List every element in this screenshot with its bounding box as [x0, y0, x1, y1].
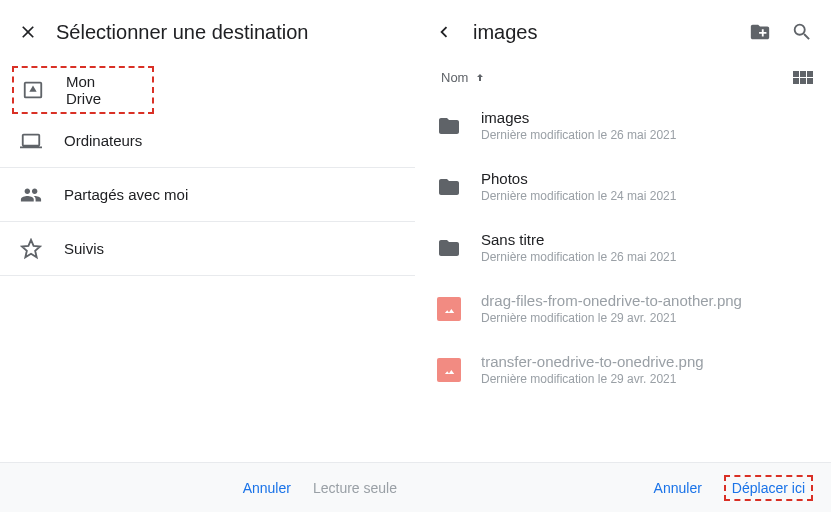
file-row[interactable]: transfer-onedrive-to-onedrive.png Derniè… — [415, 339, 831, 400]
new-folder-icon[interactable] — [749, 21, 771, 43]
sidebar-item-starred[interactable]: Suivis — [0, 222, 415, 276]
back-icon[interactable] — [433, 21, 455, 43]
people-icon — [20, 184, 42, 206]
file-modified: Dernière modification le 29 avr. 2021 — [481, 372, 704, 386]
folder-title: images — [473, 21, 537, 44]
close-icon[interactable] — [18, 22, 38, 42]
cancel-button[interactable]: Annuler — [243, 480, 291, 496]
folder-row[interactable]: images Dernière modification le 26 mai 2… — [415, 95, 831, 156]
folder-icon — [437, 236, 461, 260]
folder-icon — [437, 175, 461, 199]
drive-icon — [22, 79, 44, 101]
page-title: Sélectionner une destination — [56, 21, 308, 44]
sidebar-item-mydrive[interactable]: Mon Drive — [12, 66, 154, 114]
sort-header[interactable]: Nom — [441, 70, 486, 85]
file-modified: Dernière modification le 26 mai 2021 — [481, 128, 676, 142]
sidebar-item-label: Mon Drive — [66, 73, 132, 107]
folder-row[interactable]: Photos Dernière modification le 24 mai 2… — [415, 156, 831, 217]
sidebar-item-label: Suivis — [64, 240, 104, 257]
file-name: drag-files-from-onedrive-to-another.png — [481, 292, 742, 309]
file-modified: Dernière modification le 24 mai 2021 — [481, 189, 676, 203]
grid-view-icon[interactable] — [793, 71, 813, 84]
folder-icon — [437, 114, 461, 138]
computer-icon — [20, 130, 42, 152]
file-modified: Dernière modification le 29 avr. 2021 — [481, 311, 742, 325]
image-icon — [437, 358, 461, 382]
readonly-label: Lecture seule — [313, 480, 397, 496]
star-icon — [20, 238, 42, 260]
sort-label-text: Nom — [441, 70, 468, 85]
sidebar-item-computers[interactable]: Ordinateurs — [0, 114, 415, 168]
file-row[interactable]: drag-files-from-onedrive-to-another.png … — [415, 278, 831, 339]
search-icon[interactable] — [791, 21, 813, 43]
image-icon — [437, 297, 461, 321]
sidebar-item-shared[interactable]: Partagés avec moi — [0, 168, 415, 222]
file-name: Sans titre — [481, 231, 676, 248]
move-here-button[interactable]: Déplacer ici — [724, 475, 813, 501]
cancel-button[interactable]: Annuler — [654, 480, 702, 496]
file-modified: Dernière modification le 26 mai 2021 — [481, 250, 676, 264]
sidebar-item-label: Partagés avec moi — [64, 186, 188, 203]
file-name: images — [481, 109, 676, 126]
arrow-up-icon — [474, 72, 486, 84]
file-name: Photos — [481, 170, 676, 187]
sidebar-item-label: Ordinateurs — [64, 132, 142, 149]
file-name: transfer-onedrive-to-onedrive.png — [481, 353, 704, 370]
folder-row[interactable]: Sans titre Dernière modification le 26 m… — [415, 217, 831, 278]
